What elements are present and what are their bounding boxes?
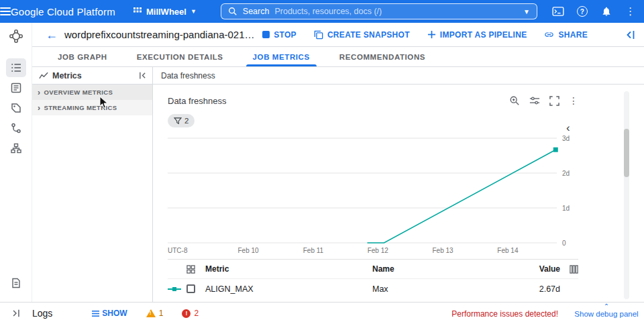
job-header-bar: ← wordprefixcountstreaming-pandiana-0212… (32, 23, 644, 47)
errors-count[interactable]: ! 2 (182, 309, 199, 318)
project-grid-icon (133, 7, 142, 16)
col-header-name[interactable]: Name (372, 264, 520, 274)
freshness-chart[interactable]: 3d2d1d0UTC-8Feb 10Feb 11Feb 12Feb 13Feb … (168, 134, 578, 258)
chevron-up-icon: ⌃ (604, 303, 609, 310)
snapshot-icon (314, 30, 323, 40)
y-tick-label: 1d (562, 205, 570, 212)
search-label: Search (243, 7, 270, 16)
series-checkbox[interactable] (186, 284, 195, 293)
nav-snapshots-button[interactable] (6, 99, 26, 117)
collapse-panel-icon (625, 30, 636, 40)
hamburger-icon (0, 5, 11, 17)
warnings-count[interactable]: 1 (146, 309, 164, 318)
show-logs-button[interactable]: SHOW (91, 309, 127, 318)
cell-name: Max (372, 284, 520, 294)
open-logs-panel-button[interactable] (0, 309, 32, 318)
collapse-legend-button[interactable]: ‹ (566, 122, 570, 133)
columns-icon[interactable] (560, 265, 578, 274)
tab-recommendations[interactable]: RECOMMENDATIONS (327, 47, 437, 66)
notifications-button[interactable] (598, 3, 615, 20)
metrics-side-panel: Metrics › OVERVIEW METRICS › STREAMING M… (32, 67, 153, 302)
logs-footer-bar: Logs SHOW 1 ! 2 Performance issues detec… (0, 302, 644, 324)
nav-workspaces-button[interactable] (6, 139, 26, 158)
zoom-in-icon (509, 95, 520, 106)
series-end-marker (553, 148, 558, 152)
stop-button[interactable]: STOP (262, 30, 297, 40)
collapse-metrics-panel-button[interactable] (138, 71, 147, 80)
project-selector[interactable]: MillWheel ▼ (127, 4, 202, 19)
table-row[interactable]: ALIGN_MAX Max 2.67d (168, 279, 578, 299)
import-as-pipeline-button[interactable]: IMPORT AS PIPELINE (427, 30, 527, 40)
jobs-icon (11, 62, 21, 73)
tune-icon (529, 95, 540, 106)
fullscreen-icon (549, 96, 559, 106)
metrics-group-streaming[interactable]: › STREAMING METRICS (32, 100, 152, 115)
job-tabs: JOB GRAPH EXECUTION DETAILS JOB METRICS … (32, 47, 644, 67)
dataflow-logo (6, 26, 26, 46)
top-app-bar: Google Cloud Platform MillWheel ▼ Search… (0, 0, 644, 23)
snapshots-icon (11, 103, 21, 113)
back-button[interactable]: ← (46, 29, 58, 41)
performance-alert: Performance issues detected! (451, 309, 558, 319)
metrics-panel-title: Metrics (52, 71, 134, 80)
tab-job-graph[interactable]: JOB GRAPH (46, 47, 119, 66)
x-tick-label: Feb 10 (237, 247, 259, 254)
chart-options-button[interactable] (529, 95, 540, 106)
filter-icon (174, 117, 182, 125)
x-tick-label: UTC-8 (168, 247, 188, 254)
expand-panel-icon (11, 309, 21, 318)
warning-icon (146, 309, 156, 317)
nav-jobs-button[interactable] (6, 58, 26, 77)
chart-zoom-button[interactable] (509, 95, 520, 106)
more-options-button[interactable]: ⋮ (622, 3, 639, 20)
create-snapshot-button[interactable]: CREATE SNAPSHOT (314, 30, 410, 40)
breadcrumb: Data freshness (153, 67, 644, 85)
cell-metric: ALIGN_MAX (205, 284, 372, 294)
pipelines-icon (11, 123, 21, 133)
vertical-scrollbar[interactable] (624, 91, 629, 299)
chevron-right-icon: › (38, 89, 40, 97)
x-tick-label: Feb 13 (432, 247, 453, 254)
cloud-shell-button[interactable] (549, 3, 567, 20)
nav-pipelines-button[interactable] (6, 119, 26, 138)
share-button[interactable]: SHARE (544, 30, 588, 40)
cloud-shell-icon (552, 7, 564, 16)
chevron-right-icon: › (38, 104, 40, 112)
error-icon: ! (182, 309, 191, 318)
help-icon: ? (577, 6, 588, 17)
x-tick-label: Feb 12 (368, 247, 389, 254)
feedback-icon (11, 278, 21, 288)
tab-job-metrics[interactable]: JOB METRICS (241, 47, 322, 66)
search-chevron-icon[interactable]: ▼ (523, 8, 530, 15)
project-name: MillWheel (146, 7, 186, 17)
cell-value: 2.67d (520, 284, 560, 294)
y-tick-label: 2d (562, 170, 570, 177)
metrics-group-overview[interactable]: › OVERVIEW METRICS (32, 85, 152, 100)
metric-table: Metric Name Value ALIGN_MAX Max (168, 259, 578, 299)
search-input[interactable]: Search Products, resources, docs (/) ▼ (221, 3, 537, 19)
menu-button[interactable] (0, 0, 11, 23)
table-grid-icon (186, 265, 205, 274)
collapse-info-panel-button[interactable] (625, 30, 636, 40)
col-header-value[interactable]: Value (520, 264, 560, 274)
data-freshness-card: Data freshness ⋮ (153, 85, 644, 299)
show-debug-panel-button[interactable]: ⌃ Show debug panel (573, 303, 640, 318)
tab-execution-details[interactable]: EXECUTION DETAILS (125, 47, 235, 66)
search-placeholder: Products, resources, docs (/) (274, 7, 517, 16)
brand-logo[interactable]: Google Cloud Platform (11, 6, 115, 17)
logs-label: Logs (32, 308, 52, 319)
filter-chip[interactable]: 2 (168, 114, 195, 127)
scrollbar-thumb[interactable] (624, 129, 629, 177)
col-header-metric[interactable]: Metric (205, 264, 372, 274)
series-swatch (168, 288, 181, 290)
y-tick-label: 3d (562, 135, 570, 142)
chevron-down-icon: ▼ (191, 8, 197, 15)
nav-notebooks-button[interactable] (6, 78, 26, 97)
chart-fullscreen-button[interactable] (549, 96, 559, 106)
chart-more-button[interactable]: ⋮ (569, 95, 578, 106)
help-button[interactable]: ? (574, 3, 591, 20)
nav-feedback-button[interactable] (6, 274, 26, 292)
plus-icon (427, 30, 436, 39)
metrics-chart-icon (39, 72, 48, 80)
workspaces-icon (11, 143, 21, 154)
